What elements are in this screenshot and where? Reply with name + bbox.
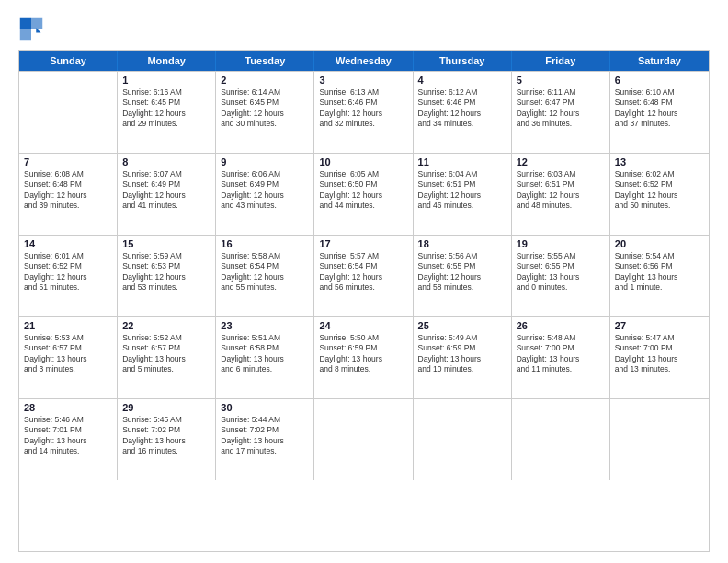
- sunset-line: Sunset: 6:45 PM: [221, 98, 309, 108]
- cal-cell: 24Sunrise: 5:50 AMSunset: 6:59 PMDayligh…: [314, 317, 413, 398]
- daylight-line1: Daylight: 13 hours: [122, 354, 210, 364]
- daylight-line2: and 48 minutes.: [517, 201, 605, 211]
- sunrise-line: Sunrise: 5:57 AM: [319, 251, 407, 261]
- sunrise-line: Sunrise: 5:53 AM: [24, 333, 112, 343]
- cal-cell: 17Sunrise: 5:57 AMSunset: 6:54 PMDayligh…: [314, 236, 413, 316]
- daylight-line2: and 34 minutes.: [418, 119, 506, 129]
- daylight-line2: and 16 minutes.: [122, 446, 210, 456]
- day-number: 21: [24, 320, 112, 331]
- cal-cell: 29Sunrise: 5:45 AMSunset: 7:02 PMDayligh…: [118, 399, 216, 480]
- cal-cell: 7Sunrise: 6:08 AMSunset: 6:48 PMDaylight…: [19, 154, 118, 235]
- cal-cell: 4Sunrise: 6:12 AMSunset: 6:46 PMDaylight…: [414, 72, 512, 153]
- cal-cell: 21Sunrise: 5:53 AMSunset: 6:57 PMDayligh…: [19, 317, 118, 398]
- daylight-line1: Daylight: 12 hours: [319, 190, 407, 201]
- day-number: 2: [221, 75, 309, 86]
- sunrise-line: Sunrise: 6:05 AM: [319, 169, 407, 179]
- sunrise-line: Sunrise: 6:16 AM: [122, 87, 210, 98]
- sunrise-line: Sunrise: 6:01 AM: [24, 251, 112, 261]
- day-number: 19: [517, 238, 605, 249]
- sunrise-line: Sunrise: 5:46 AM: [24, 415, 112, 425]
- sunset-line: Sunset: 6:51 PM: [418, 179, 506, 190]
- sunrise-line: Sunrise: 5:47 AM: [615, 333, 704, 343]
- daylight-line1: Daylight: 12 hours: [319, 272, 407, 282]
- daylight-line2: and 30 minutes.: [221, 119, 309, 129]
- svg-rect-1: [20, 18, 31, 29]
- daylight-line2: and 10 minutes.: [418, 364, 506, 374]
- header-day-thursday: Thursday: [414, 51, 512, 71]
- daylight-line2: and 11 minutes.: [517, 364, 605, 374]
- daylight-line2: and 13 minutes.: [615, 364, 704, 374]
- daylight-line2: and 58 minutes.: [418, 282, 506, 293]
- cal-cell: 25Sunrise: 5:49 AMSunset: 6:59 PMDayligh…: [414, 317, 512, 398]
- sunrise-line: Sunrise: 5:55 AM: [517, 251, 605, 261]
- day-number: 16: [221, 238, 309, 249]
- cal-cell: [314, 399, 413, 480]
- daylight-line2: and 17 minutes.: [221, 446, 309, 456]
- sunset-line: Sunset: 6:53 PM: [122, 261, 210, 271]
- logo-icon: [18, 17, 44, 42]
- cal-cell: 14Sunrise: 6:01 AMSunset: 6:52 PMDayligh…: [19, 236, 118, 316]
- day-number: 6: [615, 75, 704, 86]
- sunset-line: Sunset: 7:02 PM: [122, 425, 210, 435]
- sunrise-line: Sunrise: 6:11 AM: [517, 87, 605, 98]
- day-number: 22: [122, 320, 210, 331]
- sunrise-line: Sunrise: 6:08 AM: [24, 169, 112, 179]
- sunrise-line: Sunrise: 5:56 AM: [418, 251, 506, 261]
- day-number: 4: [418, 75, 506, 86]
- cal-cell: 16Sunrise: 5:58 AMSunset: 6:54 PMDayligh…: [216, 236, 314, 316]
- day-number: 15: [122, 238, 210, 249]
- cal-cell: [19, 72, 118, 153]
- sunset-line: Sunset: 6:47 PM: [517, 98, 605, 108]
- daylight-line1: Daylight: 13 hours: [24, 354, 112, 364]
- day-number: 28: [24, 402, 112, 413]
- sunrise-line: Sunrise: 5:58 AM: [221, 251, 309, 261]
- sunset-line: Sunset: 6:54 PM: [319, 261, 407, 271]
- header-day-sunday: Sunday: [19, 51, 118, 71]
- page: SundayMondayTuesdayWednesdayThursdayFrid…: [0, 0, 728, 563]
- day-number: 7: [24, 156, 112, 167]
- day-number: 13: [615, 156, 704, 167]
- sunset-line: Sunset: 6:49 PM: [221, 179, 309, 190]
- day-number: 3: [319, 75, 407, 86]
- daylight-line2: and 55 minutes.: [221, 282, 309, 293]
- sunset-line: Sunset: 6:58 PM: [221, 343, 309, 353]
- sunrise-line: Sunrise: 6:13 AM: [319, 87, 407, 98]
- daylight-line1: Daylight: 12 hours: [24, 272, 112, 282]
- daylight-line1: Daylight: 13 hours: [221, 436, 309, 446]
- sunset-line: Sunset: 6:59 PM: [319, 343, 407, 353]
- daylight-line2: and 1 minute.: [615, 282, 704, 293]
- header-row: [18, 17, 710, 42]
- sunset-line: Sunset: 7:01 PM: [24, 425, 112, 435]
- cal-cell: 5Sunrise: 6:11 AMSunset: 6:47 PMDaylight…: [512, 72, 610, 153]
- sunrise-line: Sunrise: 5:48 AM: [517, 333, 605, 343]
- sunrise-line: Sunrise: 6:12 AM: [418, 87, 506, 98]
- cal-cell: 13Sunrise: 6:02 AMSunset: 6:52 PMDayligh…: [610, 154, 709, 235]
- day-number: 20: [615, 238, 704, 249]
- cal-cell: 6Sunrise: 6:10 AMSunset: 6:48 PMDaylight…: [610, 72, 709, 153]
- cal-cell: 3Sunrise: 6:13 AMSunset: 6:46 PMDaylight…: [314, 72, 413, 153]
- day-number: 30: [221, 402, 309, 413]
- header-day-saturday: Saturday: [610, 51, 709, 71]
- day-number: 5: [517, 75, 605, 86]
- svg-rect-3: [20, 29, 31, 40]
- daylight-line1: Daylight: 12 hours: [517, 190, 605, 201]
- sunset-line: Sunset: 6:57 PM: [122, 343, 210, 353]
- cal-cell: [414, 399, 512, 480]
- sunrise-line: Sunrise: 6:06 AM: [221, 169, 309, 179]
- daylight-line1: Daylight: 12 hours: [418, 190, 506, 201]
- sunrise-line: Sunrise: 5:51 AM: [221, 333, 309, 343]
- sunset-line: Sunset: 6:52 PM: [615, 179, 704, 190]
- day-number: 29: [122, 402, 210, 413]
- cal-cell: 28Sunrise: 5:46 AMSunset: 7:01 PMDayligh…: [19, 399, 118, 480]
- day-number: 27: [615, 320, 704, 331]
- sunset-line: Sunset: 6:45 PM: [122, 98, 210, 108]
- day-number: 17: [319, 238, 407, 249]
- daylight-line2: and 51 minutes.: [24, 282, 112, 293]
- cal-cell: 12Sunrise: 6:03 AMSunset: 6:51 PMDayligh…: [512, 154, 610, 235]
- daylight-line2: and 0 minutes.: [517, 282, 605, 293]
- daylight-line1: Daylight: 13 hours: [517, 354, 605, 364]
- sunrise-line: Sunrise: 6:03 AM: [517, 169, 605, 179]
- sunrise-line: Sunrise: 6:04 AM: [418, 169, 506, 179]
- cal-cell: 27Sunrise: 5:47 AMSunset: 7:00 PMDayligh…: [610, 317, 709, 398]
- day-number: 12: [517, 156, 605, 167]
